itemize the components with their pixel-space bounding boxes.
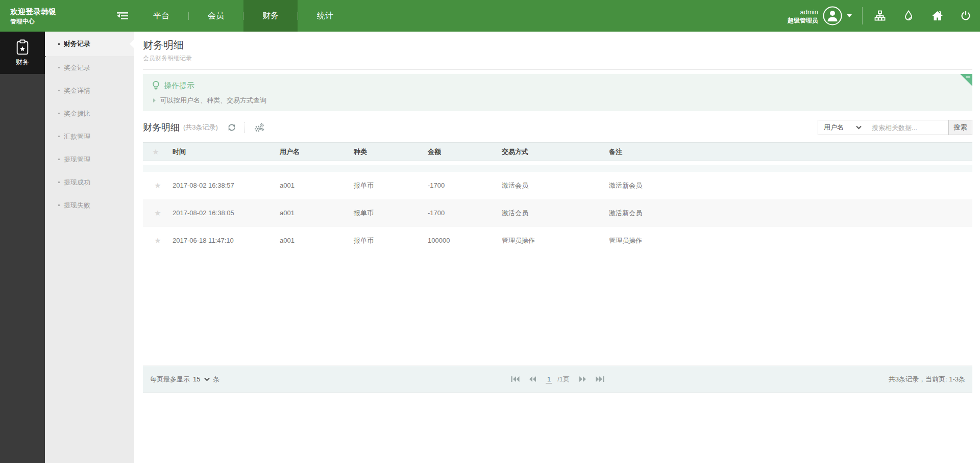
sidebar-item-withdraw-mgmt[interactable]: 提现管理: [45, 148, 134, 171]
stripe-row: [143, 165, 972, 172]
cell-type: 报单币: [350, 227, 424, 254]
toolbar-divider: [244, 122, 245, 133]
sidebar-item-withdraw-success[interactable]: 提现成功: [45, 171, 134, 194]
topbar: 欢迎登录韩银 管理中心 平台 会员 财务 统计 admin 超级管理员: [0, 0, 980, 32]
toolbar-left: 财务明细 (共3条记录): [143, 121, 264, 134]
sidebar-item-bonus-ratio[interactable]: 奖金拨比: [45, 102, 134, 125]
sidebar-item-finance-records[interactable]: 财务记录: [45, 32, 134, 56]
cell-method: 激活会员: [498, 199, 605, 227]
active-notch: [130, 39, 134, 48]
refresh-icon[interactable]: [227, 123, 236, 132]
avatar-icon[interactable]: [823, 6, 842, 25]
col-header-type[interactable]: 种类: [350, 143, 424, 161]
bullet-icon: [58, 67, 60, 68]
table-empty-space: [143, 254, 972, 366]
sidebar-collapse-icon[interactable]: [116, 9, 129, 22]
minus-icon: [966, 76, 970, 78]
col-header-time[interactable]: 时间: [168, 143, 276, 161]
search-input[interactable]: [868, 120, 948, 135]
col-header-amount[interactable]: 金额: [424, 143, 498, 161]
sidebar-item-withdraw-failed[interactable]: 提现失败: [45, 194, 134, 217]
cell-remark: 激活新会员: [605, 199, 972, 227]
page-size-select[interactable]: 15: [193, 375, 210, 383]
table-row[interactable]: ★ 2017-08-02 16:38:05 a001 报单币 -1700 激活会…: [143, 199, 972, 227]
cell-remark: 管理员操作: [605, 227, 972, 254]
next-page-icon[interactable]: [579, 376, 586, 382]
tips-title-row: 操作提示: [152, 81, 963, 91]
settings-gears-icon[interactable]: [254, 122, 264, 133]
table-header-row: ★ 时间 用户名 种类 金额 交易方式 备注: [143, 143, 972, 161]
bullet-arrow-icon: [153, 98, 156, 102]
cell-method: 激活会员: [498, 172, 605, 199]
user-menu[interactable]: admin 超级管理员: [788, 0, 859, 32]
search-field-value: 用户名: [824, 123, 844, 132]
nav-item-platform[interactable]: 平台: [134, 0, 188, 32]
star-icon[interactable]: ★: [154, 209, 161, 217]
first-page-icon[interactable]: [511, 376, 520, 382]
page-size-value: 15: [193, 375, 200, 383]
cell-type: 报单币: [350, 199, 424, 227]
cell-time: 2017-08-02 16:38:57: [168, 172, 276, 199]
sidebar-item-label: 提现失败: [64, 201, 90, 210]
tips-item-text: 可以按用户名、种类、交易方式查询: [160, 96, 266, 105]
sidebar-item-bonus-records[interactable]: 奖金记录: [45, 56, 134, 79]
cell-amount: 100000: [424, 227, 498, 254]
table-toolbar: 财务明细 (共3条记录): [143, 119, 972, 136]
col-header-username[interactable]: 用户名: [276, 143, 350, 161]
page-subtitle: 会员财务明细记录: [143, 54, 972, 62]
prev-page-icon[interactable]: [529, 376, 536, 382]
bullet-icon: [58, 113, 60, 114]
sidebar-item-bonus-details[interactable]: 奖金详情: [45, 79, 134, 102]
home-icon[interactable]: [923, 0, 951, 32]
sidebar-icon-rail: 财务: [0, 32, 45, 463]
bullet-icon: [58, 159, 60, 160]
star-header-icon[interactable]: ★: [152, 147, 159, 156]
sidebar-item-remittance-mgmt[interactable]: 汇款管理: [45, 125, 134, 148]
bullet-icon: [58, 204, 60, 206]
chevron-down-icon[interactable]: [847, 14, 852, 17]
cell-type: 报单币: [350, 172, 424, 199]
user-role: 超级管理员: [788, 16, 818, 24]
table-title: 财务明细: [143, 121, 180, 134]
power-icon[interactable]: [951, 0, 980, 32]
sidebar-item-label: 奖金记录: [64, 63, 90, 72]
sidebar-module-finance[interactable]: 财务: [0, 32, 45, 74]
table-row[interactable]: ★ 2017-06-18 11:47:10 a001 报单币 100000 管理…: [143, 227, 972, 254]
tips-panel: 操作提示 可以按用户名、种类、交易方式查询: [143, 74, 972, 111]
nav-item-members[interactable]: 会员: [189, 0, 243, 32]
table-row[interactable]: ★ 2017-08-02 16:38:57 a001 报单币 -1700 激活会…: [143, 172, 972, 199]
sitemap-icon[interactable]: [866, 0, 894, 32]
tips-item: 可以按用户名、种类、交易方式查询: [152, 96, 963, 105]
nav-item-finance[interactable]: 财务: [243, 0, 298, 32]
main-layout: 财务 财务记录 奖金记录 奖金详情 奖金拨比 汇款管理 提现管理: [0, 32, 980, 463]
search-field-select[interactable]: 用户名: [818, 120, 868, 135]
user-name: admin: [788, 8, 818, 16]
col-header-method[interactable]: 交易方式: [498, 143, 605, 161]
search-button[interactable]: 搜索: [948, 120, 972, 135]
cell-remark: 激活新会员: [605, 172, 972, 199]
star-icon[interactable]: ★: [154, 181, 161, 190]
cell-username: a001: [276, 227, 350, 254]
star-icon[interactable]: ★: [154, 236, 161, 245]
welcome-subtitle: 管理中心: [10, 17, 56, 25]
main-nav: 平台 会员 财务 统计: [134, 0, 352, 32]
last-page-icon[interactable]: [596, 376, 604, 382]
pagination-controls: 1 /1页: [511, 375, 604, 384]
chevron-down-icon: [856, 125, 862, 130]
sidebar-item-label: 提现成功: [64, 178, 90, 187]
page-size-prefix: 每页最多显示: [150, 375, 190, 384]
tips-collapse-fold[interactable]: [960, 74, 972, 86]
welcome-title: 欢迎登录韩银: [10, 7, 56, 16]
col-header-remark[interactable]: 备注: [605, 143, 972, 161]
sidebar-item-label: 奖金拨比: [64, 109, 90, 118]
current-page[interactable]: 1: [546, 375, 552, 383]
theme-ink-icon[interactable]: [894, 0, 923, 32]
user-names: admin 超级管理员: [788, 8, 818, 24]
nav-item-statistics[interactable]: 统计: [298, 0, 352, 32]
spacer-row: [143, 161, 972, 165]
chevron-down-icon: [204, 377, 210, 381]
topbar-divider: [862, 7, 863, 24]
cell-time: 2017-06-18 11:47:10: [168, 227, 276, 254]
welcome-text: 欢迎登录韩银 管理中心: [10, 7, 56, 25]
tips-title: 操作提示: [164, 81, 194, 91]
